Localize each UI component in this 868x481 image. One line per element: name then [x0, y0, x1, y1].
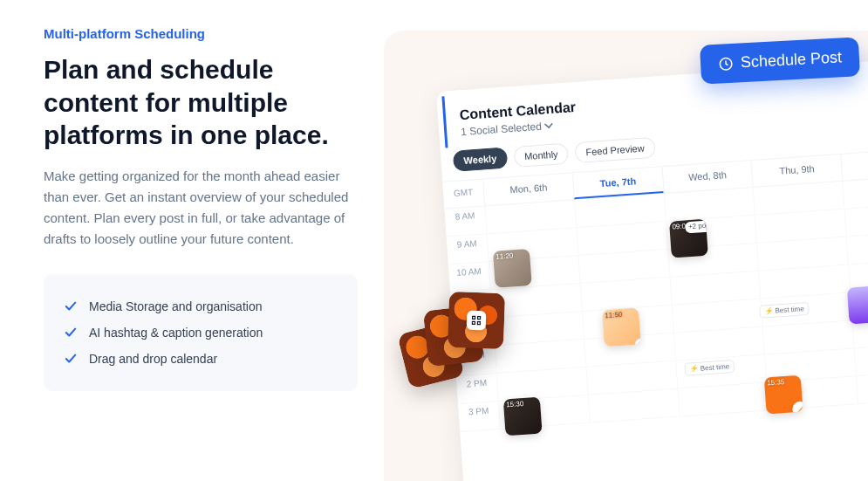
calendar-event[interactable]: 09:00 +2 posts — [669, 219, 708, 258]
svg-rect-0 — [473, 316, 475, 319]
body-text: Make getting organized for the month ahe… — [44, 166, 358, 250]
feature-item: Drag and drop calendar — [65, 346, 337, 372]
hour-label: 8 AM — [444, 206, 486, 237]
event-time: 11:20 — [496, 251, 514, 260]
svg-rect-2 — [472, 321, 475, 324]
feature-item: AI hashtag & caption generation — [65, 320, 337, 346]
event-time: 15:35 — [767, 378, 785, 387]
feature-list: Media Storage and organisation AI hashta… — [44, 274, 358, 391]
hour-label: 10 AM — [448, 262, 490, 292]
media-thumb[interactable] — [448, 292, 505, 349]
hour-label: 3 PM — [458, 402, 500, 432]
calendar-event[interactable] — [847, 285, 868, 325]
timezone-label: GMT — [442, 180, 484, 209]
event-time: 11:50 — [605, 311, 623, 320]
clock-icon — [718, 55, 735, 72]
feature-label: Drag and drop calendar — [89, 352, 217, 366]
check-icon — [65, 353, 77, 365]
eyebrow-label: Multi-platform Scheduling — [44, 26, 358, 41]
view-tab-monthly[interactable]: Monthly — [513, 143, 569, 168]
calendar-event[interactable]: 11:20 — [493, 249, 532, 288]
feature-item: Media Storage and organisation — [65, 293, 337, 320]
edit-icon[interactable] — [792, 401, 803, 414]
svg-rect-1 — [478, 317, 481, 320]
chevron-down-icon — [543, 121, 553, 131]
svg-rect-3 — [477, 322, 480, 325]
hour-label: 2 PM — [456, 374, 498, 404]
view-tab-feed[interactable]: Feed Preview — [575, 137, 656, 163]
calendar-card: Content Calendar 1 Social Selected Weekl… — [436, 58, 868, 481]
calendar-event[interactable]: 11:50 — [602, 307, 641, 347]
hour-label: 9 AM — [447, 234, 489, 265]
grid-icon — [467, 311, 487, 331]
calendar-event[interactable]: 15:35 — [764, 375, 803, 415]
calendar-event[interactable]: 15:30 — [503, 397, 543, 436]
headline: Plan and schedule content for multiple p… — [44, 53, 358, 152]
feature-label: AI hashtag & caption generation — [89, 326, 263, 340]
calendar-stage: Content Calendar 1 Social Selected Weekl… — [384, 31, 868, 481]
check-icon — [65, 300, 77, 313]
feature-label: Media Storage and organisation — [89, 299, 262, 313]
event-time: 15:30 — [506, 400, 524, 409]
check-icon — [65, 326, 77, 339]
more-posts-badge[interactable]: +2 posts — [685, 220, 708, 233]
day-header[interactable]: Fri, 10 — [840, 148, 868, 181]
view-tab-weekly[interactable]: Weekly — [453, 148, 508, 172]
schedule-post-label: Schedule Post — [740, 48, 842, 72]
schedule-post-button[interactable]: Schedule Post — [700, 37, 860, 84]
